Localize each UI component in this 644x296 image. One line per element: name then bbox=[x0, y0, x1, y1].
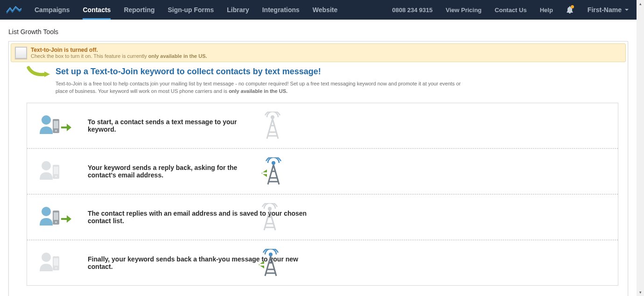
step-row: Your keyword sends a reply back, asking … bbox=[27, 148, 618, 194]
svg-rect-2 bbox=[54, 121, 58, 128]
nav-secondary: 0808 234 9315 View Pricing Contact Us He… bbox=[385, 0, 637, 20]
hero-section: Set up a Text-to-Join keyword to collect… bbox=[9, 62, 628, 97]
alert-subtext: Check the box to turn it on. This featur… bbox=[31, 53, 207, 59]
nav-primary: Campaigns Contacts Reporting Sign-up For… bbox=[28, 0, 344, 20]
top-navbar: Campaigns Contacts Reporting Sign-up For… bbox=[0, 0, 637, 20]
person-phone-send-icon bbox=[36, 113, 74, 139]
step-text: Your keyword sends a reply back, asking … bbox=[88, 164, 256, 179]
nav-library[interactable]: Library bbox=[220, 0, 255, 20]
step-text: The contact replies with an email addres… bbox=[88, 210, 330, 225]
curved-arrow-icon bbox=[26, 66, 53, 80]
svg-point-19 bbox=[269, 253, 273, 256]
nav-integrations[interactable]: Integrations bbox=[256, 0, 306, 20]
enable-checkbox[interactable] bbox=[15, 47, 27, 59]
logo-mark-icon bbox=[6, 5, 22, 14]
scroll-down-arrow-icon[interactable]: ▾ bbox=[637, 289, 644, 296]
svg-point-0 bbox=[42, 115, 51, 125]
svg-point-9 bbox=[272, 161, 275, 165]
account-menu[interactable]: First-Name bbox=[580, 0, 637, 20]
tower-icon bbox=[256, 203, 284, 231]
svg-rect-12 bbox=[54, 212, 58, 220]
nav-contacts[interactable]: Contacts bbox=[76, 0, 117, 20]
step-text: To start, a contact sends a text message… bbox=[88, 118, 256, 133]
nav-contact-us[interactable]: Contact Us bbox=[488, 0, 533, 20]
nav-help[interactable]: Help bbox=[533, 0, 560, 20]
text-to-join-panel: Text-to-Join is turned off. Check the bo… bbox=[8, 41, 628, 296]
person-phone-send-icon bbox=[36, 204, 74, 230]
status-alert: Text-to-Join is turned off. Check the bo… bbox=[11, 43, 626, 62]
nav-campaigns[interactable]: Campaigns bbox=[28, 0, 76, 20]
nav-website[interactable]: Website bbox=[306, 0, 344, 20]
hero-description: Text-to-Join is a free tool to help cont… bbox=[56, 80, 462, 95]
svg-point-3 bbox=[55, 130, 57, 132]
svg-point-15 bbox=[42, 253, 51, 262]
notifications-button[interactable] bbox=[560, 0, 580, 20]
footer-line: Check out our Texting Action Planner bbox=[9, 291, 628, 296]
page-title: List Growth Tools bbox=[8, 28, 628, 35]
vertical-scrollbar[interactable]: ▴ ▾ bbox=[637, 0, 644, 296]
alert-headline: Text-to-Join is turned off. bbox=[31, 47, 207, 53]
tower-reply-icon bbox=[259, 157, 287, 185]
hero-heading: Set up a Text-to-Join keyword to collect… bbox=[56, 67, 618, 77]
nav-phone[interactable]: 0808 234 9315 bbox=[385, 0, 439, 20]
brand-logo[interactable] bbox=[0, 0, 28, 20]
person-phone-icon bbox=[36, 250, 74, 276]
step-row: To start, a contact sends a text message… bbox=[27, 103, 618, 148]
steps-box: To start, a contact sends a text message… bbox=[27, 103, 618, 286]
scroll-track[interactable] bbox=[637, 7, 644, 289]
svg-point-5 bbox=[42, 161, 51, 170]
chevron-down-icon bbox=[624, 7, 629, 12]
step-row: Finally, your keyword sends back a thank… bbox=[27, 240, 618, 285]
tower-reply-icon bbox=[256, 249, 284, 277]
account-name: First-Name bbox=[588, 6, 622, 14]
svg-point-14 bbox=[268, 207, 272, 211]
svg-point-4 bbox=[271, 115, 274, 119]
person-phone-icon bbox=[36, 158, 74, 184]
svg-rect-17 bbox=[54, 258, 58, 266]
svg-rect-7 bbox=[54, 167, 58, 174]
step-row: The contact replies with an email addres… bbox=[27, 194, 618, 240]
svg-point-10 bbox=[42, 207, 51, 216]
nav-view-pricing[interactable]: View Pricing bbox=[439, 0, 488, 20]
nav-signup-forms[interactable]: Sign-up Forms bbox=[161, 0, 220, 20]
tower-icon bbox=[259, 112, 287, 140]
svg-point-13 bbox=[55, 221, 57, 223]
svg-point-18 bbox=[55, 267, 57, 269]
nav-reporting[interactable]: Reporting bbox=[117, 0, 161, 20]
scroll-up-arrow-icon[interactable]: ▴ bbox=[637, 0, 644, 7]
notification-badge-icon bbox=[571, 5, 574, 8]
svg-point-8 bbox=[55, 176, 57, 177]
